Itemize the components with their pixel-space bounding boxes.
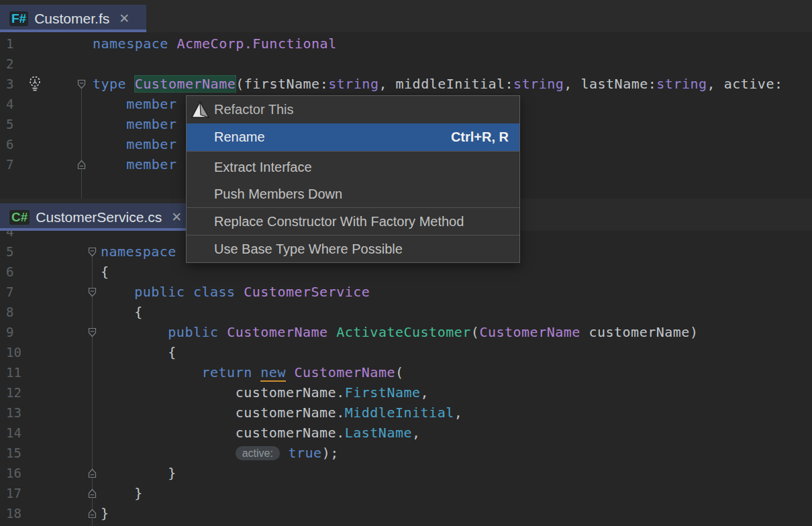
code-line[interactable]: 14 customerName.LastName, bbox=[0, 423, 812, 443]
intention-lightbulb-icon[interactable] bbox=[28, 75, 42, 95]
fold-end-marker-icon[interactable] bbox=[88, 468, 97, 481]
tab-title: CustomerService.cs bbox=[36, 209, 162, 225]
code-line[interactable]: 13 customerName.MiddleInitial, bbox=[0, 403, 812, 423]
menu-header-label: Refactor This bbox=[214, 102, 294, 117]
line-number: 12 bbox=[6, 382, 21, 403]
line-number: 8 bbox=[6, 302, 13, 322]
code-line[interactable]: 11 return new CustomerName( bbox=[0, 362, 812, 382]
line-number: 17 bbox=[6, 483, 21, 503]
code-text: member bbox=[93, 154, 176, 174]
code-text: { bbox=[101, 302, 143, 322]
menu-item-label: Push Members Down bbox=[214, 187, 342, 202]
code-line[interactable]: 18} bbox=[0, 503, 812, 523]
code-text: public CustomerName ActivateCustomer(Cus… bbox=[101, 322, 698, 342]
line-number: 7 bbox=[6, 282, 13, 302]
code-line[interactable]: 8 { bbox=[0, 302, 812, 322]
line-number: 9 bbox=[6, 322, 13, 342]
code-text: } bbox=[101, 503, 109, 523]
line-number: 4 bbox=[6, 94, 13, 114]
fold-start-marker-icon[interactable] bbox=[88, 287, 97, 300]
code-line[interactable]: 2 bbox=[0, 54, 812, 74]
line-number: 13 bbox=[6, 403, 21, 423]
fsharp-tabbar: F# Customer.fs ✕ bbox=[0, 0, 812, 32]
code-line[interactable]: 10 { bbox=[0, 342, 812, 362]
fold-start-marker-icon[interactable] bbox=[88, 247, 97, 260]
tab-customerservice-cs[interactable]: C# CustomerService.cs ✕ bbox=[0, 203, 196, 231]
menu-item-replace-constructor-with-factory-method[interactable]: Replace Constructor With Factory Method bbox=[187, 208, 519, 235]
fold-start-marker-icon[interactable] bbox=[88, 327, 97, 340]
line-number: 4 bbox=[6, 231, 13, 242]
menu-item-label: Extract Interface bbox=[214, 160, 312, 175]
code-line[interactable]: 9 public CustomerName ActivateCustomer(C… bbox=[0, 322, 812, 342]
parameter-name-hint: active: bbox=[236, 446, 280, 460]
fold-end-marker-icon[interactable] bbox=[88, 509, 97, 521]
code-text: return new CustomerName( bbox=[101, 362, 404, 382]
line-number: 18 bbox=[6, 503, 21, 523]
code-line[interactable]: 3type CustomerName(firstName:string, mid… bbox=[0, 74, 812, 94]
fold-start-marker-icon[interactable] bbox=[77, 79, 86, 92]
code-text: active: true); bbox=[101, 443, 339, 463]
code-text: member bbox=[93, 94, 176, 114]
code-text: } bbox=[101, 483, 143, 503]
menu-item-label: Use Base Type Where Possible bbox=[214, 242, 403, 257]
line-number: 15 bbox=[6, 443, 21, 463]
code-text: public class CustomerService bbox=[101, 282, 370, 302]
code-text: member bbox=[93, 134, 176, 154]
csharp-editor[interactable]: 45namespace6{7 public class CustomerServ… bbox=[0, 231, 812, 526]
line-number: 1 bbox=[6, 34, 13, 54]
close-icon[interactable]: ✕ bbox=[171, 209, 182, 225]
menu-item-use-base-type-where-possible[interactable]: Use Base Type Where Possible bbox=[187, 235, 519, 262]
code-text: member bbox=[93, 114, 176, 134]
line-number: 11 bbox=[6, 362, 21, 382]
code-line[interactable]: 17 } bbox=[0, 483, 812, 503]
code-text: customerName.MiddleInitial, bbox=[101, 403, 462, 423]
code-text: { bbox=[101, 342, 176, 362]
line-number: 5 bbox=[6, 242, 13, 262]
code-text: } bbox=[101, 463, 176, 483]
code-line[interactable]: 6{ bbox=[0, 262, 812, 282]
line-number: 14 bbox=[6, 423, 21, 443]
code-line[interactable]: 12 customerName.FirstName, bbox=[0, 382, 812, 403]
ide-window: F# Customer.fs ✕ 1namespace AcmeCorp.Fun… bbox=[0, 0, 812, 526]
code-text: namespace bbox=[101, 242, 176, 262]
code-text: namespace AcmeCorp.Functional bbox=[93, 34, 337, 54]
code-line[interactable]: 1namespace AcmeCorp.Functional bbox=[0, 34, 812, 54]
code-text: type CustomerName(firstName:string, midd… bbox=[93, 74, 782, 94]
refactor-context-menu: Refactor This RenameCtrl+R, RExtract Int… bbox=[186, 95, 520, 263]
tab-customer-fs[interactable]: F# Customer.fs ✕ bbox=[0, 5, 146, 32]
menu-item-extract-interface[interactable]: Extract Interface bbox=[187, 154, 519, 180]
menu-item-shortcut: Ctrl+R, R bbox=[451, 129, 509, 145]
code-line[interactable]: 16 } bbox=[0, 463, 812, 483]
line-number: 16 bbox=[6, 463, 21, 483]
code-line[interactable]: 7 public class CustomerService bbox=[0, 282, 812, 302]
menu-item-rename[interactable]: RenameCtrl+R, R bbox=[187, 123, 519, 151]
tab-title: Customer.fs bbox=[34, 11, 109, 27]
line-number: 3 bbox=[6, 74, 13, 94]
code-text: { bbox=[101, 262, 109, 282]
menu-item-label: Replace Constructor With Factory Method bbox=[214, 214, 464, 229]
refactor-prism-icon bbox=[187, 101, 214, 119]
csharp-file-icon: C# bbox=[9, 210, 30, 225]
line-number: 7 bbox=[6, 154, 13, 174]
line-number: 6 bbox=[6, 262, 13, 282]
fsharp-file-icon: F# bbox=[9, 11, 28, 26]
code-text: customerName.LastName, bbox=[101, 423, 421, 443]
code-line[interactable]: 15 active: true); bbox=[0, 443, 812, 463]
menu-header: Refactor This bbox=[187, 96, 519, 123]
close-icon[interactable]: ✕ bbox=[119, 11, 130, 26]
line-number: 6 bbox=[6, 134, 13, 154]
line-number: 10 bbox=[6, 342, 21, 362]
line-number: 2 bbox=[6, 54, 13, 74]
fold-end-marker-icon[interactable] bbox=[88, 488, 97, 501]
line-number: 5 bbox=[6, 114, 13, 134]
code-text: customerName.FirstName, bbox=[101, 382, 429, 403]
menu-item-label: Rename bbox=[214, 129, 265, 145]
fold-end-marker-icon[interactable] bbox=[77, 160, 86, 172]
menu-item-push-members-down[interactable]: Push Members Down bbox=[187, 180, 519, 207]
